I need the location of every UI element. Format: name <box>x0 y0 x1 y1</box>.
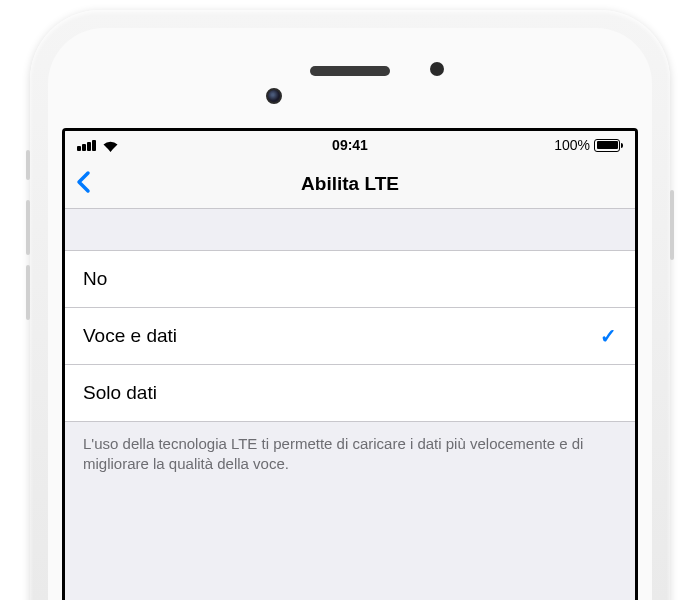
proximity-sensor <box>430 62 444 76</box>
footer-description: L'uso della tecnologia LTE ti permette d… <box>65 422 635 487</box>
checkmark-icon: ✓ <box>600 324 617 348</box>
screen: 09:41 100% Abilita LTE <box>62 128 638 600</box>
status-bar: 09:41 100% <box>65 131 635 159</box>
power-button <box>670 190 674 260</box>
device-frame: 09:41 100% Abilita LTE <box>30 10 670 600</box>
options-list: No Voce e dati ✓ Solo dati <box>65 251 635 422</box>
option-label: Voce e dati <box>83 325 177 347</box>
status-time: 09:41 <box>332 137 368 153</box>
option-label: Solo dati <box>83 382 157 404</box>
volume-up-button <box>26 200 30 255</box>
option-data-only[interactable]: Solo dati <box>65 365 635 422</box>
section-spacer <box>65 209 635 251</box>
front-camera <box>266 88 282 104</box>
option-no[interactable]: No <box>65 251 635 308</box>
battery-percent: 100% <box>554 137 590 153</box>
device-bezel: 09:41 100% Abilita LTE <box>48 28 652 600</box>
mute-switch <box>26 150 30 180</box>
option-voice-and-data[interactable]: Voce e dati ✓ <box>65 308 635 365</box>
volume-down-button <box>26 265 30 320</box>
nav-bar: Abilita LTE <box>65 159 635 209</box>
wifi-icon <box>102 139 119 152</box>
cellular-signal-icon <box>77 139 96 151</box>
back-button[interactable] <box>75 170 91 198</box>
option-label: No <box>83 268 107 290</box>
status-left <box>77 139 119 152</box>
battery-icon <box>594 139 623 152</box>
page-title: Abilita LTE <box>301 173 399 195</box>
status-right: 100% <box>554 137 623 153</box>
speaker-grille <box>310 66 390 76</box>
